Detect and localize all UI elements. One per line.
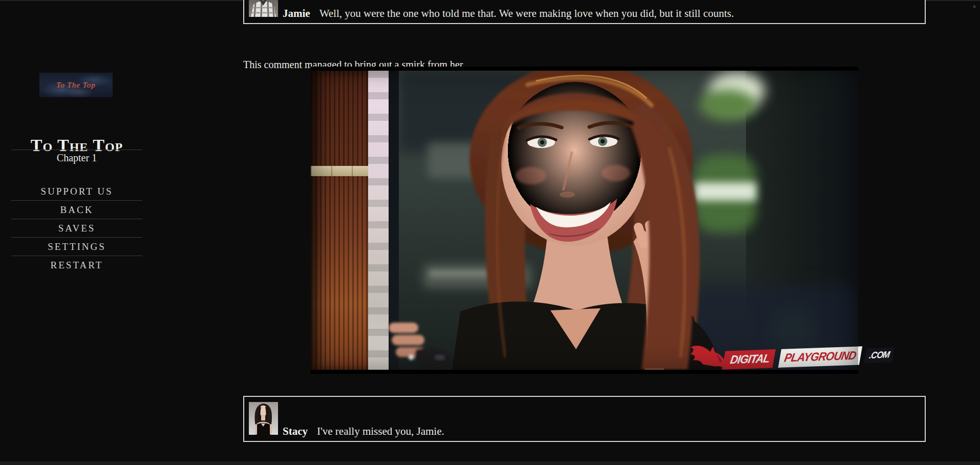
chapter-label: Chapter 1 [0,152,154,164]
menu-item-saves[interactable]: SAVES [11,219,142,238]
speaker-name: Stacy [283,425,308,437]
menu-item-support-us[interactable]: SUPPORT US [11,182,142,201]
scene-image: DIGITAL PLAYGROUND .COM [311,67,858,374]
scroll-top-arrow-icon[interactable]: ▲ [971,3,977,9]
game-logo-banner[interactable]: To The Top [39,73,113,97]
watermark-com: .COM [864,347,894,363]
game-logo-script-text: To The Top [56,81,95,90]
stacy-avatar [249,402,278,435]
watermark-playground: PLAYGROUND [778,346,862,368]
menu-item-back[interactable]: BACK [11,201,142,219]
digitalplayground-horse-icon [689,342,728,373]
speaker-name: Jamie [283,7,310,19]
speech-text: Well, you were the one who told me that.… [319,7,734,19]
dialogue-box-stacy: StacyI've really missed you, Jamie. [243,396,926,442]
viewport-bottom-strip [0,461,980,465]
menu-item-settings[interactable]: SETTINGS [11,238,142,256]
scene-woman-figure [311,71,858,370]
sidebar-menu: SUPPORT US BACK SAVES SETTINGS RESTART [11,182,142,274]
game-page: { "page": { "background": "#0c0c0c", "bo… [0,0,980,465]
dialogue-box-jamie: JamieWell, you were the one who told me … [243,0,926,24]
scene-content [311,71,858,370]
sidebar: To The Top To The Top Chapter 1 SUPPORT … [0,0,154,465]
title-divider [11,150,142,150]
watermark-digital: DIGITAL [722,349,776,370]
menu-item-restart[interactable]: RESTART [11,256,142,274]
jamie-avatar [249,0,278,17]
digitalplayground-watermark: DIGITAL PLAYGROUND .COM [689,340,895,376]
speech-text: I've really missed you, Jamie. [317,425,444,437]
